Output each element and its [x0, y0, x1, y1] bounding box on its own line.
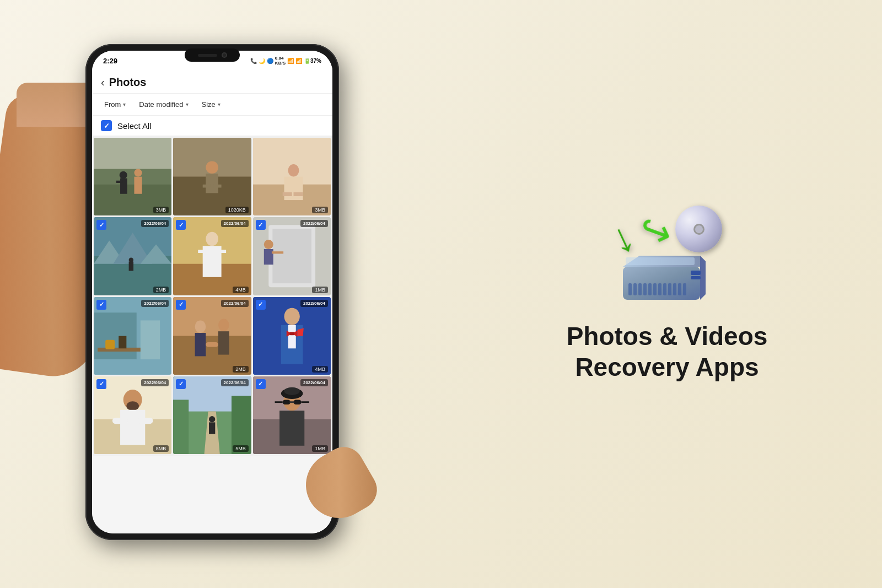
svg-rect-95	[633, 283, 637, 295]
svg-point-18	[288, 164, 299, 177]
status-icons: 📞 🌙 🔵 0.04KB/S 📶 📶 🔋37%	[250, 56, 321, 66]
filter-date-label: Date modified	[139, 100, 183, 109]
svg-rect-94	[628, 283, 632, 295]
photo-item[interactable]: 2022/06/04 4MB	[253, 297, 331, 375]
svg-rect-88	[275, 401, 282, 403]
photo-item[interactable]: 3MB	[94, 138, 171, 215]
svg-rect-90	[279, 411, 304, 446]
photo-date: 2022/06/04	[221, 220, 249, 227]
svg-rect-52	[195, 333, 206, 356]
svg-rect-44	[94, 312, 137, 359]
photo-item[interactable]: 2022/06/04	[94, 297, 171, 375]
chevron-down-icon: ▾	[186, 101, 189, 107]
svg-point-53	[218, 319, 229, 331]
photo-checkbox[interactable]	[176, 379, 186, 389]
svg-rect-98	[648, 283, 652, 295]
phone-icon: 📞	[250, 58, 257, 64]
photo-checkbox[interactable]	[176, 220, 186, 230]
photo-checkbox[interactable]	[96, 300, 106, 310]
photo-size: 2MB	[153, 287, 169, 293]
svg-rect-99	[653, 283, 657, 295]
battery-icon: 🔋37%	[304, 58, 321, 64]
svg-rect-89	[301, 401, 309, 403]
back-button[interactable]: ‹	[101, 76, 105, 89]
photo-size: 2MB	[233, 366, 249, 373]
promo-title-line2: Recovery Apps	[567, 352, 768, 382]
select-all-checkbox[interactable]	[101, 120, 112, 131]
photo-item[interactable]: 2022/06/04 4MB	[173, 217, 251, 295]
photo-size: 1020KB	[225, 207, 249, 213]
svg-rect-12	[206, 174, 219, 193]
svg-rect-86	[293, 400, 301, 404]
photo-item[interactable]: 3MB	[253, 138, 331, 215]
photo-checkbox[interactable]	[96, 220, 106, 230]
status-time: 2:29	[103, 57, 117, 65]
photo-item[interactable]: 2022/06/04 1MB	[253, 376, 331, 454]
photo-checkbox[interactable]	[176, 300, 186, 310]
hard-drive-icon	[620, 253, 706, 305]
svg-point-77	[209, 416, 215, 422]
photo-item[interactable]: 2022/06/04 2MB	[94, 217, 171, 295]
photo-item[interactable]: 1020KB	[173, 138, 251, 215]
photo-size: 1MB	[312, 287, 328, 293]
photo-size: 3MB	[153, 207, 169, 213]
photo-date: 2022/06/04	[300, 300, 328, 307]
svg-rect-103	[673, 283, 676, 295]
svg-rect-34	[198, 250, 206, 253]
photo-item[interactable]: 2022/06/04 8MB	[94, 376, 171, 454]
filter-from-label: From	[104, 100, 121, 109]
svg-point-84	[284, 387, 299, 395]
svg-rect-13	[203, 185, 211, 188]
data-speed: 0.04KB/S	[275, 56, 286, 66]
svg-point-51	[195, 320, 206, 333]
svg-point-68	[126, 401, 139, 411]
svg-rect-19	[284, 177, 303, 200]
photo-date: 2022/06/04	[221, 379, 249, 386]
svg-marker-93	[700, 256, 706, 300]
camera	[222, 52, 227, 58]
svg-rect-87	[289, 401, 294, 403]
svg-rect-14	[214, 185, 222, 188]
svg-rect-100	[658, 283, 662, 295]
photo-checkbox[interactable]	[96, 379, 106, 389]
app-header: ‹ Photos	[92, 71, 332, 94]
svg-rect-2	[94, 138, 171, 169]
svg-rect-104	[678, 283, 681, 295]
photo-size: 4MB	[233, 287, 249, 293]
svg-rect-5	[116, 181, 122, 183]
svg-rect-74	[173, 400, 189, 454]
photo-size: 1MB	[312, 445, 328, 452]
svg-rect-20	[282, 192, 292, 196]
photo-size: 8MB	[153, 445, 169, 452]
select-all-bar[interactable]: Select All	[92, 116, 332, 136]
svg-rect-96	[638, 283, 642, 295]
app-content: ‹ Photos From ▾ Date modified ▾ Size ▾	[92, 71, 332, 533]
wifi-icon: 📶	[287, 58, 294, 64]
photo-item[interactable]: 2022/06/04 5MB	[173, 376, 251, 454]
photo-date: 2022/06/04	[141, 220, 169, 227]
photo-item[interactable]: 2022/06/04 1MB	[253, 217, 331, 295]
photo-item[interactable]: 2022/06/04 2MB	[173, 297, 251, 375]
photo-checkbox[interactable]	[256, 220, 266, 230]
svg-rect-28	[129, 262, 133, 271]
svg-rect-35	[218, 250, 226, 253]
filter-bar: From ▾ Date modified ▾ Size ▾	[92, 94, 332, 116]
svg-rect-41	[272, 252, 283, 254]
phone-screen: 2:29 📞 🌙 🔵 0.04KB/S 📶 📶 🔋37% ‹ Photos	[92, 51, 332, 533]
svg-rect-43	[141, 320, 160, 359]
svg-point-32	[206, 232, 219, 246]
svg-rect-21	[293, 192, 303, 196]
photo-size: 4MB	[312, 366, 328, 373]
filter-size-label: Size	[202, 100, 216, 109]
photo-checkbox[interactable]	[256, 300, 266, 310]
filter-from[interactable]: From ▾	[101, 98, 129, 111]
filter-size[interactable]: Size ▾	[198, 98, 224, 111]
photos-grid: 3MB	[92, 136, 332, 456]
svg-point-3	[120, 171, 127, 179]
chevron-down-icon: ▾	[123, 101, 126, 107]
photo-checkbox[interactable]	[256, 379, 266, 389]
svg-rect-55	[206, 342, 219, 347]
photo-date: 2022/06/04	[300, 220, 328, 227]
filter-date[interactable]: Date modified ▾	[136, 98, 191, 111]
photo-size: 5MB	[233, 445, 249, 452]
